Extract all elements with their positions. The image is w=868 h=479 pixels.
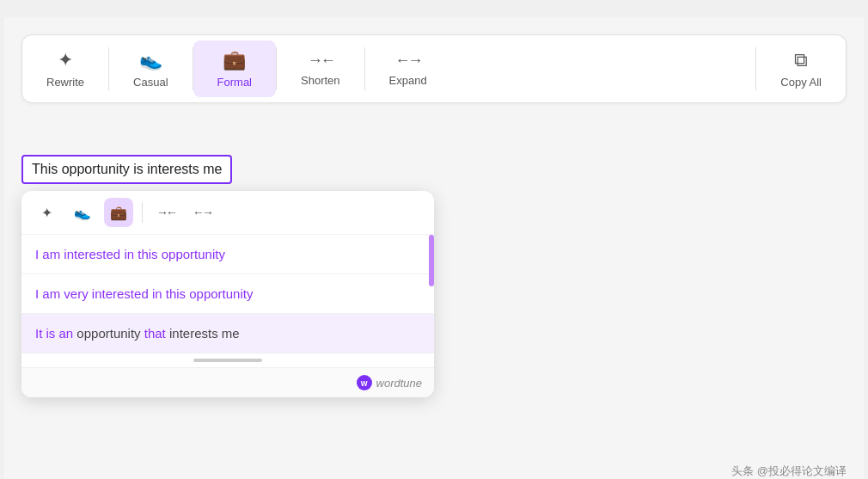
popup-formal-btn[interactable]: 💼 bbox=[104, 198, 133, 227]
toolbar-rewrite[interactable]: ✦ Rewrite bbox=[22, 40, 108, 97]
toolbar-shorten[interactable]: →← Shorten bbox=[277, 43, 364, 95]
watermark: 头条 @投必得论文编译 bbox=[731, 464, 847, 479]
suggestion-3-part4: interests me bbox=[169, 326, 240, 341]
shorten-icon: →← bbox=[308, 52, 333, 70]
rewrite-icon: ✦ bbox=[58, 49, 73, 71]
scroll-indicator bbox=[21, 353, 434, 367]
suggestion-item-3[interactable]: It is an opportunity that interests me bbox=[21, 314, 434, 353]
copy-all-button[interactable]: ⧉ Copy All bbox=[756, 40, 846, 97]
popup-formal-icon: 💼 bbox=[110, 205, 127, 221]
selected-text: This opportunity is interests me bbox=[21, 155, 232, 184]
copy-all-label: Copy All bbox=[780, 76, 822, 89]
suggestion-text-1: I am interested in this opportunity bbox=[35, 247, 225, 261]
rewrite-label: Rewrite bbox=[46, 76, 84, 89]
suggestion-3-part2: opportunity bbox=[76, 326, 144, 341]
suggestion-item-2[interactable]: I am very interested in this opportunity bbox=[21, 274, 434, 314]
wordtune-name: wordtune bbox=[376, 377, 422, 390]
suggestion-text-2: I am very interested in this opportunity bbox=[35, 286, 253, 301]
main-toolbar: ✦ Rewrite 👟 Casual 💼 Formal →← Shorten ←… bbox=[21, 34, 847, 103]
popup-expand-icon: ←→ bbox=[193, 206, 211, 219]
wordtune-footer: w wordtune bbox=[21, 367, 434, 397]
scroll-bar-h bbox=[193, 359, 262, 362]
scrollbar-track[interactable] bbox=[429, 235, 434, 367]
suggestion-3-part3: that bbox=[144, 326, 166, 341]
copy-icon: ⧉ bbox=[794, 49, 808, 71]
app-container: ✦ Rewrite 👟 Casual 💼 Formal →← Shorten ←… bbox=[4, 17, 864, 479]
shorten-label: Shorten bbox=[301, 74, 340, 87]
popup-shorten-btn[interactable]: →← bbox=[151, 198, 180, 227]
popup-rewrite-btn[interactable]: ✦ bbox=[32, 198, 61, 227]
popup-casual-btn[interactable]: 👟 bbox=[68, 198, 97, 227]
toolbar-formal[interactable]: 💼 Formal bbox=[193, 40, 276, 97]
scrollbar-thumb[interactable] bbox=[429, 235, 434, 286]
wordtune-logo: w bbox=[357, 375, 372, 390]
casual-label: Casual bbox=[133, 76, 168, 89]
content-area: This opportunity is interests me ✦ 👟 💼 →… bbox=[21, 155, 847, 397]
suggestion-item-1[interactable]: I am interested in this opportunity bbox=[21, 235, 434, 274]
expand-label: Expand bbox=[389, 74, 427, 87]
casual-icon: 👟 bbox=[139, 49, 162, 71]
toolbar-expand[interactable]: ←→ Expand bbox=[365, 43, 451, 95]
popup-panel: ✦ 👟 💼 →← ←→ bbox=[21, 191, 434, 397]
popup-casual-icon: 👟 bbox=[74, 205, 91, 221]
expand-icon: ←→ bbox=[395, 52, 421, 70]
suggestion-3-part1: It is an bbox=[35, 326, 73, 341]
suggestions-list: I am interested in this opportunity I am… bbox=[21, 235, 434, 367]
popup-shorten-icon: →← bbox=[156, 206, 175, 219]
popup-toolbar: ✦ 👟 💼 →← ←→ bbox=[21, 191, 434, 235]
formal-icon: 💼 bbox=[223, 49, 246, 71]
popup-toolbar-divider bbox=[142, 202, 143, 223]
popup-rewrite-icon: ✦ bbox=[41, 205, 52, 221]
formal-label: Formal bbox=[217, 76, 252, 89]
toolbar-casual[interactable]: 👟 Casual bbox=[109, 40, 192, 97]
popup-expand-btn[interactable]: ←→ bbox=[187, 198, 217, 227]
